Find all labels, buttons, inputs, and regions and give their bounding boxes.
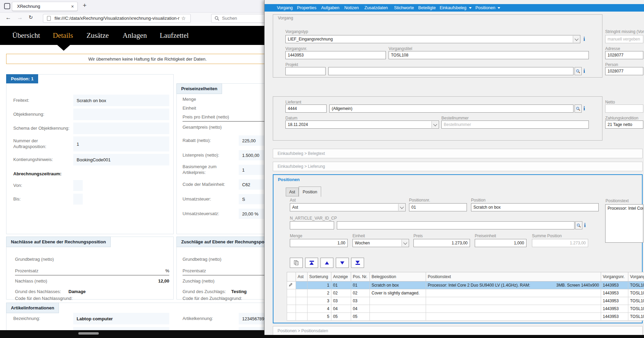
menu-aufgaben[interactable]: Aufgaben — [321, 4, 340, 12]
cell-sortierung: 5 — [308, 313, 331, 321]
section-belegtext[interactable]: Einkaufsbeleg > Belegtext — [273, 149, 643, 158]
pos-ast-combobox[interactable]: Ast — [290, 203, 406, 211]
lieferant-name-input[interactable]: (Allgemein) — [329, 104, 574, 113]
vorgangsnr-input[interactable]: 1443953 — [285, 51, 386, 59]
vorgangstyp-combobox[interactable]: LIEF_Eingangsrechnung — [285, 35, 580, 43]
forward-icon[interactable]: → — [17, 14, 23, 21]
person-input[interactable]: 1028077 — [605, 67, 643, 75]
zuschlaege-prozentsatz-label: Prozentsatz — [183, 268, 206, 273]
url-bar[interactable]: file:///C:/data/xRechnung/Visualization/… — [43, 14, 191, 23]
menge-input[interactable]: 1,00 — [290, 239, 348, 247]
col-sortierung[interactable]: Sortierung — [308, 272, 331, 281]
projekt-name-input[interactable] — [328, 67, 574, 75]
bestellnummer-input[interactable]: Bestellnummer — [441, 120, 589, 129]
preiseinheit-input[interactable]: 1,000 — [475, 239, 527, 247]
combo-arrow-icon[interactable] — [431, 121, 438, 128]
einheit-combobox[interactable]: Wochen — [352, 239, 409, 247]
table-row[interactable]: 5 05 05 1443953 TOSL10 — [287, 313, 644, 321]
preis-input[interactable]: 1.273,00 — [413, 239, 470, 247]
tab-position[interactable]: Position — [299, 187, 321, 197]
move-down-button[interactable] — [336, 258, 349, 268]
n-article-nr-input[interactable] — [290, 221, 334, 229]
vorgangstitel-label: Vorgangstitel — [389, 46, 412, 51]
lookup-icon[interactable] — [575, 67, 582, 75]
col-anzeige[interactable]: Anzeige — [331, 272, 351, 281]
menu-einkaufsbeleg[interactable]: Einkaufsbeleg — [440, 4, 472, 12]
firefox-view-icon[interactable] — [4, 3, 10, 9]
info-icon[interactable]: i — [584, 222, 586, 228]
positionstext-textarea[interactable]: Processor: Intel Core — [605, 204, 643, 243]
nachlass-label: Nachlass (netto) — [15, 278, 47, 284]
nav-tab-uebersicht[interactable]: Übersicht — [12, 26, 40, 45]
back-icon[interactable]: ← — [5, 14, 11, 21]
menu-properties[interactable]: Properties — [297, 4, 316, 12]
tab-ast[interactable]: Ast — [286, 188, 299, 196]
col-positionstext[interactable]: Positionstext — [426, 272, 601, 281]
vorgangstitel-input[interactable]: TOSL108 — [389, 51, 589, 59]
summe-position-input[interactable]: 1.273,00 — [532, 239, 588, 247]
nav-tab-anlagen[interactable]: Anlagen — [123, 26, 147, 45]
copy-row-button[interactable] — [290, 258, 303, 268]
col-belegposition[interactable]: Belegposition — [370, 272, 426, 281]
abrechnungszeitraum-label: Abrechnungszeitraum: — [13, 171, 62, 176]
vorgangsnr-label: Vorgangsnr. — [285, 46, 307, 51]
scrollbar-thumb[interactable] — [78, 332, 99, 335]
page-icon — [47, 16, 51, 21]
pos-ast-value: Ast — [292, 205, 298, 210]
info-icon[interactable]: i — [583, 68, 585, 74]
reload-icon[interactable]: ↻ — [29, 14, 33, 20]
stringint-input[interactable]: manuell vergeben — [605, 35, 643, 43]
table-row[interactable]: 3 03 03 1443953 TOSL10 — [287, 297, 644, 305]
col-vorgangsnr[interactable]: Vorgangsnr. — [601, 272, 628, 281]
cell-belegposition — [370, 297, 426, 305]
browser-bottom-scrollbar[interactable] — [0, 330, 264, 338]
table-row[interactable]: 4 04 04 1443953 TOSL10 — [287, 305, 644, 313]
menu-vorgang[interactable]: Vorgang — [277, 4, 293, 12]
projekt-nr-input[interactable] — [285, 67, 326, 75]
move-top-button[interactable] — [305, 258, 318, 268]
combo-arrow-icon[interactable] — [573, 36, 580, 43]
nav-tab-zusaetze[interactable]: Zusätze — [87, 26, 109, 45]
col-pos-nr[interactable]: Pos. Nr. — [351, 272, 370, 281]
zahlungskondition-input[interactable]: 21 Tage netto — [605, 120, 643, 129]
combo-arrow-icon[interactable] — [398, 204, 405, 211]
field-label-auftragsposition: Nummer der Auftragsposition: — [13, 138, 56, 149]
info-icon[interactable]: i — [583, 106, 585, 111]
row-edit-marker — [287, 313, 296, 321]
position-input[interactable]: Scratch on box — [471, 203, 599, 211]
close-icon[interactable]: × — [71, 4, 74, 9]
cell-vorgangsnr: 1443953 — [601, 281, 628, 289]
menu-stichworte[interactable]: Stichworte — [394, 4, 414, 12]
col-ast[interactable]: Ast — [296, 272, 308, 281]
nav-tab-details[interactable]: Details — [53, 26, 73, 45]
col-rowmarker[interactable] — [287, 272, 296, 281]
cell-anzeige: 03 — [331, 297, 351, 305]
bookmark-star-icon[interactable]: ☆ — [181, 15, 186, 21]
lookup-icon[interactable] — [575, 104, 582, 113]
adresse-input[interactable]: 1028077 — [605, 51, 643, 59]
table-row[interactable]: 1 01 01 Scratch on box Processor: Intel … — [287, 281, 644, 289]
menu-zusatzdaten[interactable]: Zusatzdaten — [364, 4, 388, 12]
menu-notizen[interactable]: Notizen — [344, 4, 359, 12]
netto-input[interactable] — [605, 104, 643, 113]
positionsnr-input[interactable]: 01 — [409, 203, 467, 211]
n-article-name-input[interactable] — [337, 221, 575, 229]
section-positionsdaten[interactable]: Positionen > Positionsdaten — [273, 326, 643, 336]
combo-arrow-icon[interactable] — [402, 240, 408, 246]
move-down-icon — [340, 261, 344, 264]
browser-tab[interactable]: XRechnung × — [12, 2, 78, 11]
new-tab-icon[interactable]: + — [83, 2, 87, 9]
cell-pos-nr: 05 — [351, 313, 370, 321]
datum-combobox[interactable]: 18.11.2024 — [285, 120, 439, 129]
section-lieferung[interactable]: Einkaufsbeleg > Lieferung — [273, 162, 643, 171]
move-bottom-button[interactable] — [351, 258, 364, 268]
table-row[interactable]: 2 02 02 Cover is slightly damaged. 14439… — [287, 289, 644, 297]
lieferant-nr-input[interactable]: 4444 — [285, 104, 327, 113]
info-icon[interactable]: i — [583, 36, 585, 42]
move-up-button[interactable] — [320, 258, 333, 268]
menu-positionen[interactable]: Positionen — [475, 4, 500, 12]
col-vorgangstitel[interactable]: Vorgang — [628, 272, 644, 281]
lookup-icon[interactable] — [575, 221, 582, 229]
nav-tab-laufzettel[interactable]: Laufzettel — [160, 26, 189, 45]
menu-beteiligte[interactable]: Beteiligte — [418, 4, 436, 12]
